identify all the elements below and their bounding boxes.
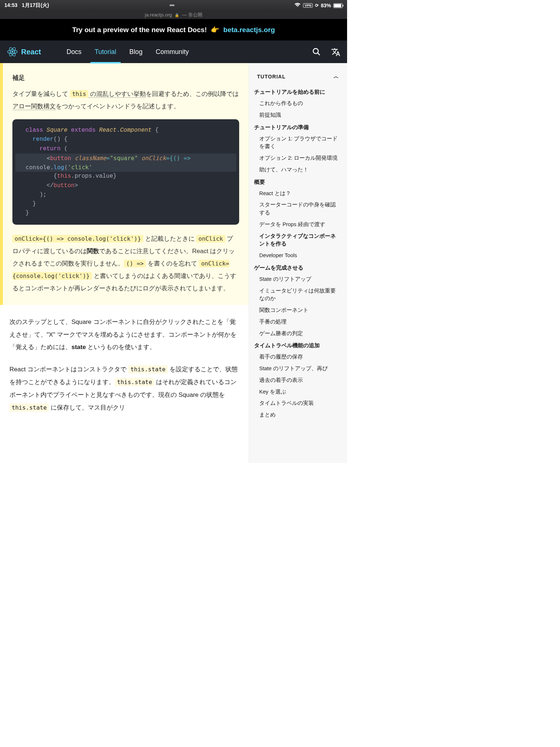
language-icon[interactable] (331, 47, 340, 56)
orientation-lock-icon: ⟳ (315, 3, 319, 8)
nav-community[interactable]: Community (151, 41, 193, 63)
sidebar-item[interactable]: オプション 2: ローカル開発環境 (249, 152, 347, 164)
lock-icon: 🔒 (175, 13, 179, 17)
sidebar-item[interactable]: React とは？ (249, 188, 347, 200)
point-right-icon: 👉 (211, 26, 219, 34)
note-box: 補足 タイプ量を減らして this の混乱しやすい挙動を回避するため、この例以降… (0, 63, 249, 305)
status-bar: 14:53 1月17日(火) ••• VPN ⟳ 83% (0, 0, 347, 11)
nav-links: Docs Tutorial Blog Community (62, 41, 193, 63)
sidebar-section[interactable]: 概要 (249, 176, 347, 188)
sidebar-item[interactable]: State のリフトアップ (249, 274, 347, 285)
sidebar-item[interactable]: データを Props 経由で渡す (249, 219, 347, 231)
sidebar-item[interactable]: スターターコードの中身を確認する (249, 199, 347, 219)
battery-icon (333, 3, 343, 8)
sidebar-item[interactable]: 前提知識 (249, 109, 347, 121)
sidebar-item[interactable]: タイムトラベルの実装 (249, 398, 347, 409)
sidebar-section[interactable]: ゲームを完成させる (249, 262, 347, 274)
body-paragraph-2: React コンポーネントはコンストラクタで this.state を設定するこ… (9, 363, 239, 414)
sidebar-item[interactable]: State のリフトアップ、再び (249, 363, 347, 375)
body-paragraph-1: 次のステップとして、Square コンポーネントに自分がクリックされたことを「覚… (9, 316, 239, 354)
sidebar-item[interactable]: 手番の処理 (249, 316, 347, 328)
status-time: 14:53 (4, 2, 18, 9)
vpn-badge: VPN (303, 3, 313, 8)
sidebar-item[interactable]: Key を選ぶ (249, 386, 347, 398)
svg-line-5 (318, 53, 320, 55)
sidebar-item[interactable]: オプション 1: ブラウザでコードを書く (249, 133, 347, 153)
sidebar-item[interactable]: Developer Tools (249, 250, 347, 262)
sidebar: TUTORIAL ︿ チュートリアルを始める前にこれから作るもの前提知識チュート… (249, 63, 347, 463)
sidebar-section[interactable]: タイムトラベル機能の追加 (249, 339, 347, 351)
note-paragraph-1: タイプ量を減らして this の混乱しやすい挙動を回避するため、この例以降ではア… (12, 88, 239, 113)
sidebar-section[interactable]: チュートリアルを始める前に (249, 86, 347, 98)
wifi-icon (294, 3, 301, 8)
svg-point-4 (313, 49, 318, 54)
banner-text: Try out a preview of the new React Docs! (72, 26, 207, 34)
sidebar-item[interactable]: ゲーム勝者の判定 (249, 328, 347, 340)
brand-name[interactable]: React (21, 48, 41, 56)
battery-percent: 83% (321, 3, 331, 8)
note-paragraph-2: onClick={() => console.log('click')} と記載… (12, 233, 239, 295)
status-date: 1月17日(火) (22, 2, 49, 9)
sidebar-section[interactable]: チュートリアルの準備 (249, 121, 347, 133)
svg-point-0 (12, 51, 13, 53)
banner-link[interactable]: beta.reactjs.org (223, 26, 275, 34)
sidebar-item[interactable]: 助けて、ハマった！ (249, 164, 347, 176)
search-icon[interactable] (312, 47, 321, 56)
url-bar[interactable]: ja.reactjs.org 🔒 — 非公開 (0, 11, 347, 19)
nav-blog[interactable]: Blog (125, 41, 147, 63)
code-this: this (70, 90, 89, 98)
main-nav: React Docs Tutorial Blog Community (0, 40, 347, 63)
multitask-dots[interactable]: ••• (49, 2, 295, 9)
nav-docs[interactable]: Docs (62, 41, 86, 63)
sidebar-header[interactable]: TUTORIAL ︿ (249, 73, 347, 86)
arrow-fn-link[interactable]: アロー関数構文 (12, 103, 56, 110)
url-domain: ja.reactjs.org (145, 12, 172, 18)
chevron-up-icon: ︿ (334, 73, 339, 80)
promo-banner[interactable]: Try out a preview of the new React Docs!… (0, 19, 347, 40)
note-heading: 補足 (12, 72, 239, 84)
url-privacy: — 非公開 (182, 12, 202, 18)
main-content: 補足 タイプ量を減らして this の混乱しやすい挙動を回避するため、この例以降… (0, 63, 249, 463)
body-text: 次のステップとして、Square コンポーネントに自分がクリックされたことを「覚… (0, 305, 249, 414)
sidebar-item[interactable]: 過去の着手の表示 (249, 375, 347, 386)
code-block: class Square extends React.Component { r… (12, 119, 239, 225)
sidebar-item[interactable]: 着手の履歴の保存 (249, 351, 347, 363)
react-logo-icon[interactable] (7, 47, 18, 57)
sidebar-item[interactable]: まとめ (249, 409, 347, 421)
sidebar-item[interactable]: 関数コンポーネント (249, 305, 347, 316)
sidebar-item[interactable]: イミュータビリティは何故重要なのか (249, 285, 347, 305)
nav-tutorial[interactable]: Tutorial (90, 41, 121, 63)
sidebar-item[interactable]: インタラクティブなコンポーネントを作る (249, 231, 347, 250)
sidebar-item[interactable]: これから作るもの (249, 98, 347, 109)
